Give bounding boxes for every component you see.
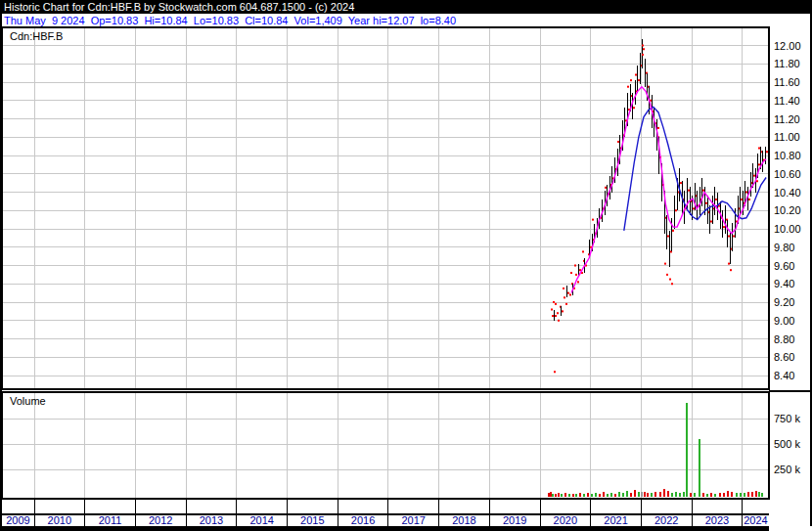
price-axis-label: 9.80 bbox=[774, 242, 794, 253]
close-dot bbox=[633, 107, 635, 109]
trade-dot bbox=[592, 219, 594, 221]
price-axis-label: 11.00 bbox=[774, 131, 800, 143]
close-dot bbox=[710, 221, 712, 223]
year-label: 2013 bbox=[200, 514, 223, 526]
close-dot bbox=[753, 175, 755, 177]
year-label: 2012 bbox=[149, 514, 172, 526]
close-dot bbox=[758, 163, 760, 165]
price-axis-label: 9.00 bbox=[774, 315, 794, 327]
trade-dot bbox=[758, 148, 760, 150]
year-label: 2023 bbox=[705, 514, 729, 526]
volume-axis-label: 750 k bbox=[774, 413, 800, 424]
year-label: 2015 bbox=[300, 514, 324, 526]
volume-bar bbox=[663, 489, 665, 497]
close-dot bbox=[756, 180, 758, 182]
price-axis-label: 9.60 bbox=[774, 260, 794, 272]
close-dot bbox=[577, 281, 579, 283]
volume-bar bbox=[634, 490, 636, 497]
volume-bar bbox=[550, 492, 552, 497]
trade-dot bbox=[627, 86, 629, 88]
volume-bar bbox=[595, 493, 597, 497]
volume-bar bbox=[647, 493, 649, 497]
year-label: 2011 bbox=[99, 514, 122, 526]
volume-bar bbox=[714, 494, 716, 497]
close-dot bbox=[741, 199, 743, 200]
close-dot bbox=[675, 209, 677, 211]
volume-bar bbox=[564, 493, 566, 497]
volume-bar bbox=[561, 494, 563, 497]
close-dot bbox=[733, 236, 735, 238]
volume-bar bbox=[591, 494, 593, 497]
chart-canvas: 12.0011.8011.6011.4011.2011.0010.8010.60… bbox=[0, 0, 812, 531]
price-series bbox=[551, 39, 768, 373]
year-label: 2014 bbox=[249, 514, 273, 526]
trade-dot bbox=[630, 79, 632, 81]
close-dot bbox=[552, 315, 554, 317]
price-axis-label: 8.60 bbox=[774, 351, 794, 363]
volume-bar bbox=[727, 491, 729, 497]
close-dot bbox=[554, 371, 556, 373]
volume-bar bbox=[618, 492, 620, 497]
volume-bar bbox=[603, 492, 605, 497]
price-axis-label: 11.20 bbox=[774, 113, 800, 125]
close-dot bbox=[723, 226, 725, 228]
volume-bar bbox=[579, 493, 581, 497]
volume-bar bbox=[675, 492, 677, 497]
year-label: 2009 bbox=[6, 514, 29, 526]
trade-dot bbox=[635, 74, 637, 76]
volume-bar bbox=[630, 493, 632, 497]
volume-bar bbox=[558, 493, 560, 497]
symbol-label: Cdn:HBF.B bbox=[10, 30, 63, 42]
price-axis-label: 11.40 bbox=[774, 95, 800, 107]
volume-bar bbox=[654, 492, 656, 497]
trade-dot bbox=[551, 309, 553, 311]
price-axis-label: 10.00 bbox=[774, 223, 801, 235]
price-axis-label: 11.60 bbox=[774, 76, 800, 88]
volume-bar bbox=[747, 492, 749, 497]
close-dot bbox=[564, 296, 565, 298]
close-dot bbox=[680, 182, 682, 184]
volume-bar bbox=[706, 494, 708, 497]
volume-axis-label: 250 k bbox=[774, 464, 800, 475]
volume-bar bbox=[614, 494, 616, 497]
volume-bar bbox=[758, 492, 760, 497]
close-dot bbox=[693, 207, 695, 209]
close-dot bbox=[705, 202, 707, 204]
ma-fast-line bbox=[571, 87, 766, 293]
volume-bar bbox=[626, 491, 628, 497]
trade-dot bbox=[555, 303, 557, 305]
trade-dot bbox=[617, 141, 619, 143]
price-axis-label: 9.40 bbox=[774, 278, 794, 289]
volume-bar bbox=[548, 493, 550, 497]
trade-dot bbox=[582, 250, 584, 252]
volume-bar bbox=[610, 493, 612, 497]
year-label: 2010 bbox=[48, 514, 71, 526]
price-axis-label: 10.60 bbox=[774, 168, 801, 180]
trade-dot bbox=[728, 263, 730, 265]
trade-dot bbox=[730, 269, 732, 271]
close-dot bbox=[728, 236, 730, 238]
volume-bar bbox=[572, 494, 574, 497]
close-dot bbox=[569, 294, 571, 296]
price-axis-label: 9.20 bbox=[774, 296, 794, 308]
year-label: 2016 bbox=[351, 514, 375, 526]
volume-bar bbox=[694, 493, 696, 497]
close-dot bbox=[575, 274, 577, 276]
close-dot bbox=[555, 315, 557, 317]
year-label: 2019 bbox=[503, 514, 526, 526]
close-dot bbox=[715, 199, 717, 200]
price-axis-label: 10.40 bbox=[774, 187, 801, 199]
trade-dot bbox=[666, 274, 668, 276]
price-axis-label: 10.80 bbox=[774, 150, 801, 161]
volume-bar bbox=[679, 493, 681, 497]
price-axis-label: 11.80 bbox=[774, 58, 800, 69]
close-dot bbox=[748, 199, 750, 200]
volume-bar bbox=[710, 493, 712, 497]
trade-dot bbox=[605, 187, 607, 189]
volume-bars bbox=[548, 403, 763, 497]
close-dot bbox=[672, 230, 674, 232]
close-dot bbox=[567, 292, 569, 294]
volume-bar bbox=[641, 492, 643, 497]
volume-bar bbox=[719, 493, 721, 497]
volume-bar bbox=[723, 493, 725, 497]
